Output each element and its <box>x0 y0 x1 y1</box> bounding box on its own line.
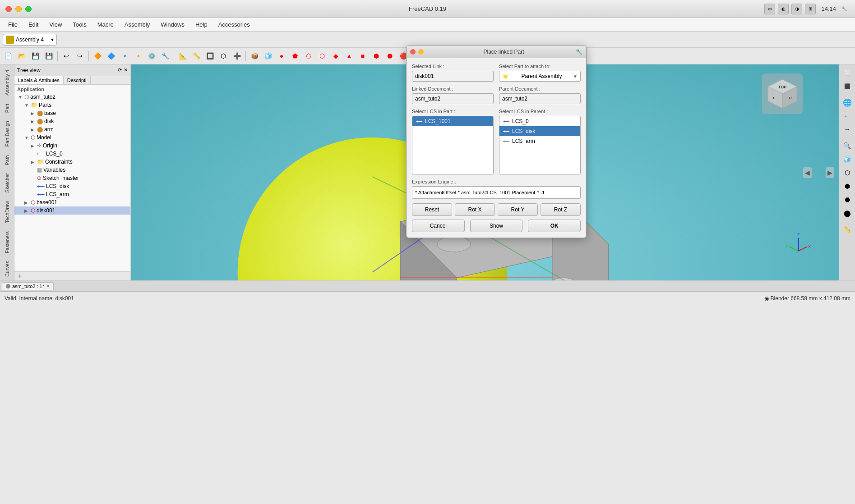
rt-zoom-fit[interactable]: ⬜ <box>841 66 854 79</box>
tree-item-sketch-master[interactable]: ⊙ Sketch_master <box>14 174 130 182</box>
redo-button[interactable]: ↪ <box>74 50 86 62</box>
window-controls[interactable] <box>5 6 32 12</box>
rt-search[interactable]: 🔍 <box>841 139 854 152</box>
open-file-button[interactable]: 📂 <box>15 50 28 62</box>
tree-item-lcs-disk[interactable]: ⟵ LCS_disk <box>14 182 130 190</box>
menu-view[interactable]: View <box>45 20 66 29</box>
rt-measure[interactable]: 📏 <box>841 223 854 236</box>
menu-macro[interactable]: Macro <box>93 20 118 29</box>
menu-accessories[interactable]: Accessories <box>214 20 254 29</box>
tree-item-parts[interactable]: ▼ 📁 Parts <box>14 101 130 109</box>
left-tab-path[interactable]: Path <box>2 151 13 169</box>
rt-arrow-back[interactable]: ← <box>841 110 854 122</box>
tb-icon-13[interactable]: 🧊 <box>262 50 274 62</box>
rt-arrow-fwd[interactable]: → <box>841 123 854 136</box>
tab-item-asm[interactable]: asm_tuto2 : 1* ✕ <box>2 282 54 290</box>
tb-icon-22[interactable]: ⬣ <box>384 50 396 62</box>
menu-tools[interactable]: Tools <box>68 20 91 29</box>
menu-edit[interactable]: Edit <box>24 20 43 29</box>
rt-globe[interactable]: 🌐 <box>841 96 854 109</box>
left-tab-fasteners[interactable]: Fasteners <box>2 228 13 257</box>
tb-icon-11[interactable]: ➕ <box>231 50 243 62</box>
tb-icon-19[interactable]: ▲ <box>343 50 356 62</box>
cancel-button[interactable]: Cancel <box>412 220 465 232</box>
tb-icon-1[interactable]: 🔶 <box>91 50 104 62</box>
undo-button[interactable]: ↩ <box>60 50 73 62</box>
tree-content[interactable]: Application ▼ ⬡ asm_tuto2 ▼ 📁 Parts ▶ ⬤ … <box>14 85 130 271</box>
dialog-traffic-lights[interactable] <box>410 49 432 55</box>
workbench-selector[interactable]: Assembly 4 ▾ <box>3 34 57 46</box>
tb-icon-20[interactable]: ■ <box>356 50 369 62</box>
tb-icon-12[interactable]: 📦 <box>248 50 261 62</box>
tb-icon-2[interactable]: 🔷 <box>105 50 117 62</box>
tb-icon-14[interactable]: ● <box>275 50 288 62</box>
lcs-part-item-0[interactable]: ⟵ LCS_1001 <box>412 116 493 126</box>
lcs-parent-item-0[interactable]: ⟵ LCS_0 <box>499 116 580 126</box>
dialog-minimize-btn[interactable] <box>418 49 424 55</box>
dialog-close-btn[interactable] <box>410 49 416 55</box>
rot-y-button[interactable]: Rot Y <box>498 203 538 216</box>
rot-z-button[interactable]: Rot Z <box>541 203 581 216</box>
tree-item-disk[interactable]: ▶ ⬤ disk <box>14 117 130 125</box>
expr-input[interactable] <box>412 186 581 199</box>
reset-button[interactable]: Reset <box>412 203 452 216</box>
tree-item-variables[interactable]: ▦ Variables <box>14 166 130 174</box>
left-tab-sketcher[interactable]: Sketcher <box>2 170 13 196</box>
tb-icon-5[interactable]: ⚙️ <box>145 50 158 62</box>
window-btn-3[interactable]: ◑ <box>791 4 802 14</box>
tb-icon-4[interactable]: 🔸 <box>132 50 144 62</box>
tree-tab-description[interactable]: Descripti <box>64 76 91 84</box>
tree-item-lcs-arm[interactable]: ⟵ LCS_arm <box>14 190 130 198</box>
tree-add-button[interactable]: ＋ <box>16 271 23 280</box>
left-tab-partdesign[interactable]: Part Design <box>2 117 13 150</box>
tb-icon-7[interactable]: 📐 <box>176 50 189 62</box>
lcs-parent-list[interactable]: ⟵ LCS_0 ⟵ LCS_disk ⟵ LCS_arm <box>499 116 581 174</box>
tree-item-model[interactable]: ▼ ⬡ Model <box>14 133 130 142</box>
maximize-button[interactable] <box>25 6 32 12</box>
tb-icon-10[interactable]: ⬡ <box>217 50 230 62</box>
select-part-dropdown[interactable]: ⭐ Parent Assembly ▼ <box>499 71 581 82</box>
window-btn-2[interactable]: ◐ <box>778 4 789 14</box>
left-tab-curves[interactable]: Curves <box>2 257 13 280</box>
tree-item-origin[interactable]: ▶ ✛ Origin <box>14 142 130 150</box>
tree-item-asm-tuto2[interactable]: ▼ ⬡ asm_tuto2 <box>14 93 130 101</box>
left-tab-part[interactable]: Part <box>2 100 13 116</box>
tree-item-base[interactable]: ▶ ⬤ base <box>14 109 130 117</box>
tb-icon-9[interactable]: 🔲 <box>203 50 216 62</box>
window-btn-4[interactable]: ⊞ <box>805 4 816 14</box>
rot-x-button[interactable]: Rot X <box>455 203 495 216</box>
nav-arrow-left[interactable]: ◀ <box>803 167 812 178</box>
left-tab-assembly4[interactable]: Assembly 4 <box>2 66 13 99</box>
menu-help[interactable]: Help <box>191 20 212 29</box>
lcs-part-list[interactable]: ⟵ LCS_1001 <box>412 116 494 174</box>
tb-icon-16[interactable]: ⬠ <box>302 50 315 62</box>
tb-icon-6[interactable]: 🔧 <box>159 50 171 62</box>
tb-icon-17[interactable]: ⬡ <box>316 50 328 62</box>
ok-button[interactable]: OK <box>528 220 581 232</box>
tree-item-constraints[interactable]: ▶ 📁 Constraints <box>14 158 130 166</box>
tree-item-arm[interactable]: ▶ ⬤ arm <box>14 125 130 133</box>
selected-link-input[interactable] <box>412 71 494 82</box>
menu-windows[interactable]: Windows <box>156 20 189 29</box>
save-as-button[interactable]: 💾 <box>42 50 55 62</box>
close-button[interactable] <box>5 6 12 12</box>
lcs-parent-item-2[interactable]: ⟵ LCS_arm <box>499 136 580 146</box>
tree-close-icon[interactable]: ✕ <box>124 67 128 73</box>
tb-icon-15[interactable]: ⬟ <box>289 50 301 62</box>
menu-file[interactable]: File <box>4 20 22 29</box>
rt-top[interactable]: ⬢ <box>841 180 854 192</box>
minimize-button[interactable] <box>15 6 22 12</box>
navigation-cube[interactable]: TOP R L <box>762 73 803 114</box>
tb-icon-18[interactable]: ◆ <box>329 50 342 62</box>
left-tab-techdraw[interactable]: TechDraw <box>2 197 13 227</box>
linked-doc-input[interactable] <box>412 93 494 104</box>
window-btn-1[interactable]: ▭ <box>764 4 775 14</box>
tab-close-icon[interactable]: ✕ <box>46 284 50 289</box>
tree-tab-labels[interactable]: Labels & Attributes <box>14 76 64 84</box>
rt-cube-3d[interactable]: 🧊 <box>841 153 854 165</box>
tree-item-base001[interactable]: ▶ ⬡ base001 <box>14 198 130 206</box>
parent-doc-input[interactable] <box>499 93 581 104</box>
lcs-parent-item-1[interactable]: ⟵ LCS_disk <box>499 126 580 136</box>
menu-assembly[interactable]: Assembly <box>120 20 154 29</box>
show-button[interactable]: Show <box>470 220 523 232</box>
